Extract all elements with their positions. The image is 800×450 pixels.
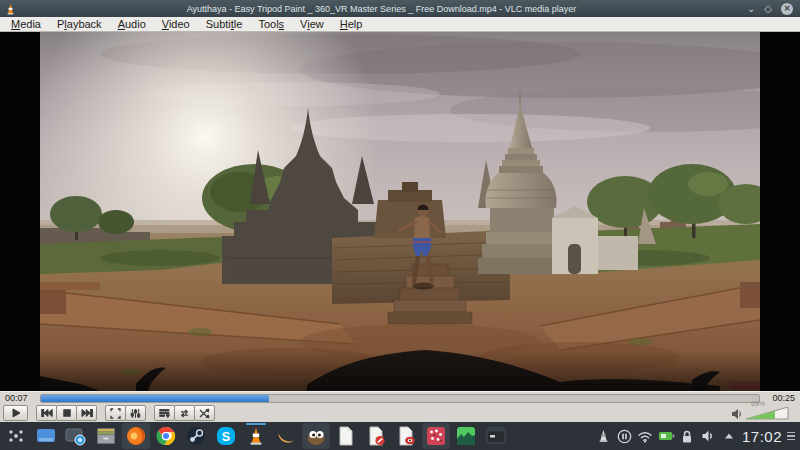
playlist-button[interactable] xyxy=(154,405,175,421)
wifi-icon[interactable] xyxy=(637,428,654,445)
caret-up-icon[interactable] xyxy=(721,428,738,445)
crescent-app-icon[interactable] xyxy=(272,423,300,449)
vlc-tray-icon[interactable] xyxy=(595,428,612,445)
window-manager-icon[interactable] xyxy=(32,423,60,449)
desktop: Ayutthaya - Easy Tripod Paint _ 360_VR M… xyxy=(0,0,800,450)
menu-playback[interactable]: Playback xyxy=(49,17,110,31)
svg-text:S: S xyxy=(222,430,230,444)
skype-icon[interactable]: S xyxy=(212,423,240,449)
menu-audio[interactable]: Audio xyxy=(110,17,154,31)
lock-icon[interactable] xyxy=(679,428,696,445)
menu-help[interactable]: Help xyxy=(332,17,371,31)
stop-button[interactable] xyxy=(56,405,77,421)
firefox-icon[interactable] xyxy=(122,423,150,449)
document-viewer-icon[interactable] xyxy=(392,423,420,449)
window-title: Ayutthaya - Easy Tripod Paint _ 360_VR M… xyxy=(16,4,747,14)
steam-icon[interactable] xyxy=(182,423,210,449)
letterbox-right xyxy=(760,32,800,391)
next-button[interactable] xyxy=(76,405,97,421)
audio-wave-app-icon[interactable] xyxy=(452,423,480,449)
video-frame[interactable] xyxy=(40,32,760,391)
video-360-panorama xyxy=(40,32,760,391)
taskbar-clock[interactable]: 17:02 xyxy=(742,428,782,445)
elapsed-time: 00:07 xyxy=(5,393,35,403)
menubar: MediaPlaybackAudioVideoSubtitleToolsView… xyxy=(0,17,800,32)
seek-bar[interactable] xyxy=(40,394,760,403)
media-pause-tray-icon[interactable] xyxy=(616,428,633,445)
pattern-tool-icon[interactable] xyxy=(422,423,450,449)
menu-video[interactable]: Video xyxy=(154,17,198,31)
system-tray xyxy=(595,428,738,445)
text-document-icon[interactable] xyxy=(332,423,360,449)
letterbox-left xyxy=(0,32,40,391)
play-button[interactable] xyxy=(3,405,28,421)
close-icon[interactable]: ✕ xyxy=(781,3,793,15)
screenshot-tool-icon[interactable] xyxy=(62,423,90,449)
chrome-icon[interactable] xyxy=(152,423,180,449)
gimp-icon[interactable] xyxy=(302,423,330,449)
previous-button[interactable] xyxy=(36,405,57,421)
battery-icon[interactable] xyxy=(658,428,675,445)
minimize-icon[interactable]: ⌄ xyxy=(747,4,755,14)
taskbar-menu-icon[interactable] xyxy=(787,432,795,441)
video-area xyxy=(0,32,800,391)
player-controls: 69% xyxy=(0,404,800,422)
menu-view[interactable]: View xyxy=(292,17,332,31)
speaker-icon xyxy=(731,408,742,420)
document-edit-icon[interactable] xyxy=(362,423,390,449)
volume-control[interactable]: 69% xyxy=(731,406,797,420)
vlc-taskbar-icon[interactable] xyxy=(242,423,270,449)
vlc-window-icon xyxy=(5,3,16,15)
volume-percent: 69% xyxy=(751,400,765,407)
menu-subtitle[interactable]: Subtitle xyxy=(198,17,251,31)
random-button[interactable] xyxy=(194,405,215,421)
fullscreen-button[interactable] xyxy=(105,405,126,421)
maximize-icon[interactable]: ◇ xyxy=(764,4,772,14)
app-launcher-icon[interactable] xyxy=(2,423,30,449)
seek-row: 00:07 00:25 xyxy=(0,391,800,404)
taskbar: S xyxy=(0,422,800,450)
menu-media[interactable]: Media xyxy=(3,17,49,31)
loop-button[interactable] xyxy=(174,405,195,421)
extended-settings-button[interactable] xyxy=(125,405,146,421)
menu-tools[interactable]: Tools xyxy=(250,17,292,31)
terminal-icon[interactable] xyxy=(482,423,510,449)
audio-tray-icon[interactable] xyxy=(700,428,717,445)
total-time: 00:25 xyxy=(765,393,795,403)
file-cabinet-icon[interactable] xyxy=(92,423,120,449)
volume-slider[interactable] xyxy=(745,406,789,420)
window-titlebar[interactable]: Ayutthaya - Easy Tripod Paint _ 360_VR M… xyxy=(0,0,800,17)
seek-fill xyxy=(41,395,269,402)
